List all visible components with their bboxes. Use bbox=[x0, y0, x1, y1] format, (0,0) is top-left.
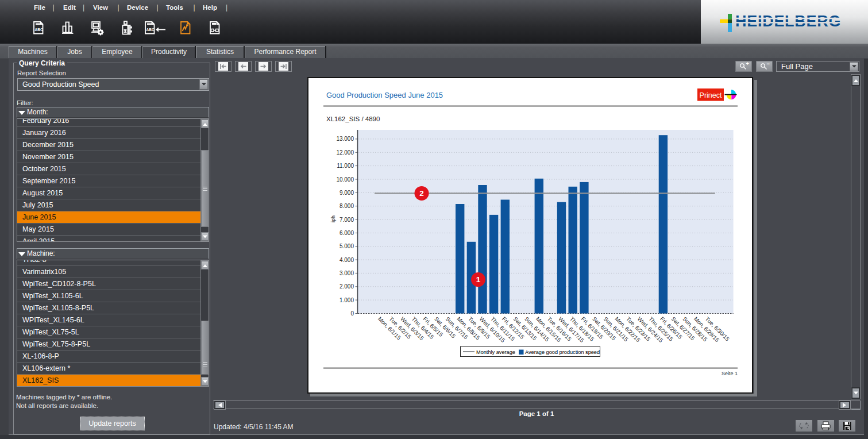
svg-text:6.000: 6.000 bbox=[340, 230, 354, 236]
svg-text:3.000: 3.000 bbox=[340, 270, 354, 276]
svg-text:2: 2 bbox=[419, 189, 424, 198]
svg-text:8.000: 8.000 bbox=[340, 203, 354, 209]
svg-text:Good Production Speed June 201: Good Production Speed June 2015 bbox=[326, 91, 443, 99]
svg-text:13.000: 13.000 bbox=[336, 136, 354, 142]
svg-text:Monthly average: Monthly average bbox=[476, 349, 515, 355]
svg-text:HEIDELBERG: HEIDELBERG bbox=[735, 13, 841, 30]
svg-text:ABC: ABC bbox=[146, 28, 155, 32]
svg-text:7.000: 7.000 bbox=[340, 217, 354, 223]
svg-text:0: 0 bbox=[350, 310, 354, 317]
svg-text:10.000: 10.000 bbox=[336, 176, 354, 183]
svg-text:1.000: 1.000 bbox=[340, 297, 354, 303]
svg-text:Seite 1: Seite 1 bbox=[722, 371, 738, 376]
svg-text:11.000: 11.000 bbox=[337, 163, 354, 169]
svg-text:ABC: ABC bbox=[35, 28, 43, 32]
svg-text:XL162_SIS / 4890: XL162_SIS / 4890 bbox=[326, 115, 380, 122]
svg-text:iph: iph bbox=[330, 215, 336, 222]
svg-text:12.000: 12.000 bbox=[336, 149, 354, 156]
svg-text:Average good production speed: Average good production speed bbox=[525, 349, 600, 355]
svg-text:4.000: 4.000 bbox=[340, 257, 354, 263]
svg-text:−: − bbox=[767, 61, 770, 67]
svg-text:1: 1 bbox=[476, 275, 481, 284]
svg-text:9.000: 9.000 bbox=[340, 190, 354, 196]
svg-text:+: + bbox=[746, 61, 749, 67]
svg-text:2.000: 2.000 bbox=[340, 283, 354, 290]
svg-text:Prinect: Prinect bbox=[700, 91, 722, 99]
svg-text:5.000: 5.000 bbox=[340, 243, 354, 249]
